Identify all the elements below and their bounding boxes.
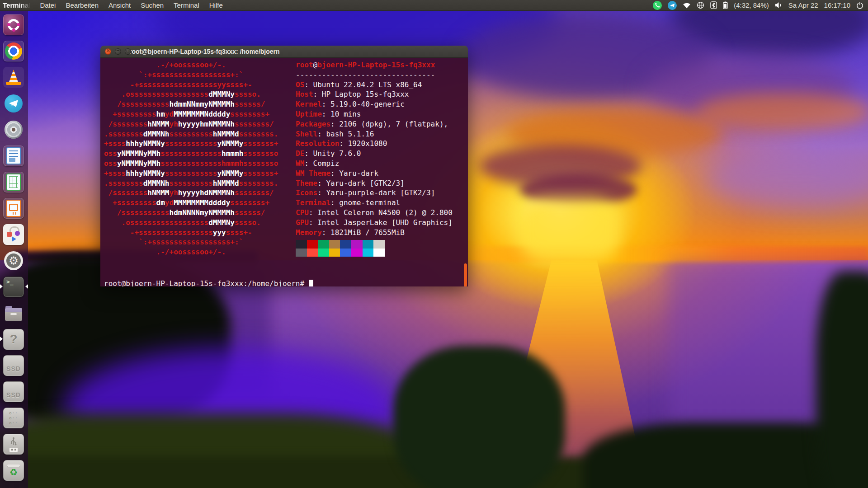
gear-icon: ⚙ [3,250,24,271]
menu-hilfe[interactable]: Hilfe [204,0,228,10]
clock-date[interactable]: Sa Apr 22 [788,1,818,9]
terminal-window: root@bjoern-HP-Laptop-15s-fq3xxx: /home/… [100,46,468,286]
window-title: root@bjoern-HP-Laptop-15s-fq3xxx: /home/… [129,48,280,55]
wallpaper-foliage [816,271,868,488]
folder-icon [3,303,24,324]
window-titlebar[interactable]: root@bjoern-HP-Laptop-15s-fq3xxx: /home/… [100,46,468,58]
minimize-button[interactable] [115,48,121,55]
vlc-icon [3,67,24,88]
launcher-item-trash[interactable]: ♻ [0,460,28,481]
libreoffice-calc-icon [3,172,24,192]
battery-icon[interactable] [723,1,728,9]
telegram-app-icon [3,93,24,114]
whatsapp-icon[interactable] [653,1,662,10]
launcher-item-help[interactable]: ? [0,329,28,350]
close-button[interactable] [105,48,111,55]
palette-swatch [296,240,307,249]
menu-suchen[interactable]: Suchen [136,0,169,10]
palette-swatch [329,240,340,249]
system-tray: (4:32, 84%) Sa Apr 22 16:17:10 [653,0,868,10]
launcher-item-libreoffice-impress[interactable] [0,198,28,219]
usb-drive-icon [3,434,24,455]
wallpaper-horizon [398,246,868,263]
launcher-item-terminal[interactable]: >_ [0,277,28,297]
help-icon: ? [3,329,24,350]
focused-indicator [23,284,28,289]
disk-icon: o·· o·· o·· [3,408,24,428]
wallpaper-tree [393,346,565,488]
menu-bearbeiten[interactable]: Bearbeiten [61,0,104,10]
libreoffice-impress-icon [3,198,24,219]
launcher-item-usb[interactable] [0,434,28,455]
launcher-item-files[interactable] [0,303,28,324]
wallpaper-sun [520,199,619,262]
menu-terminal[interactable]: Terminal [169,0,204,10]
launcher-item-ssd-2[interactable]: SSD [0,381,28,402]
disc-icon [3,119,24,140]
palette-swatch [351,240,363,249]
wallpaper-cloud [705,149,868,208]
telegram-icon[interactable] [668,1,677,10]
palette-swatch [318,249,329,257]
launcher-item-vlc[interactable] [0,67,28,88]
palette-swatch [340,249,351,257]
terminal-color-palette [296,240,385,257]
top-panel: Terminal Datei Bearbeiten Ansicht Suchen… [0,0,868,11]
launcher-item-libreoffice-writer[interactable] [0,145,28,166]
palette-swatch [340,240,351,249]
palette-swatch [363,240,374,249]
launcher-item-chrome[interactable] [0,41,28,61]
global-menu: Terminal Datei Bearbeiten Ansicht Suchen… [0,0,228,10]
terminal-screen[interactable]: .-/+oossssoo+/-. `:+ssssssssssssssssss+:… [100,58,468,286]
unity-launcher: ⚙ >_ ? SSD SSD o·· o·· o·· [0,11,28,488]
network-globe-icon[interactable] [697,1,704,9]
palette-swatch [373,249,385,257]
wallpaper-cloud [696,93,868,131]
palette-swatch [318,240,329,249]
wifi-icon[interactable] [683,2,691,9]
maximize-button[interactable] [125,48,131,55]
launcher-item-settings[interactable]: ⚙ [0,250,28,271]
software-bag-icon [3,224,24,245]
clock-time[interactable]: 16:17:10 [824,1,850,9]
chrome-icon [3,41,24,61]
prompt-text: root@bjoern-HP-Laptop-15s-fq3xxx:/home/b… [104,279,304,286]
palette-swatch [351,249,363,257]
palette-swatch [329,249,340,257]
launcher-item-disk[interactable]: o·· o·· o·· [0,408,28,428]
battery-status-text[interactable]: (4:32, 84%) [734,1,769,9]
power-icon[interactable] [856,2,863,9]
launcher-item-ubuntu-software[interactable] [0,224,28,245]
launcher-item-media-player[interactable] [0,119,28,140]
focused-app-name: Terminal [3,1,30,9]
launcher-item-libreoffice-calc[interactable] [0,172,28,192]
scrollbar-thumb[interactable] [464,263,467,286]
ssd-drive-icon: SSD [3,381,24,402]
text-cursor [309,280,313,286]
launcher-item-ssd-1[interactable]: SSD [0,355,28,376]
menu-ansicht[interactable]: Ansicht [104,0,136,10]
palette-swatch [307,240,318,249]
trash-icon: ♻ [3,460,24,481]
palette-swatch [373,240,385,249]
neofetch-ascii-art: .-/+oossssoo+/-. `:+ssssssssssssssssss+:… [104,60,278,257]
menu-datei[interactable]: Datei [35,0,61,10]
terminal-icon: >_ [3,277,24,297]
palette-swatch [296,249,307,257]
ssd-drive-icon: SSD [3,355,24,376]
launcher-item-telegram[interactable] [0,93,28,114]
libreoffice-writer-icon [3,145,24,166]
launcher-item-ubuntu[interactable] [0,14,28,35]
volume-icon[interactable] [775,2,783,9]
palette-swatch [363,249,374,257]
ubuntu-logo-icon [3,14,24,35]
neofetch-system-info: root@bjoern-HP-Laptop-15s-fq3xxx--------… [296,60,453,237]
shell-prompt: root@bjoern-HP-Laptop-15s-fq3xxx:/home/b… [104,279,313,286]
bluetooth-icon[interactable] [710,1,717,9]
palette-swatch [307,249,318,257]
